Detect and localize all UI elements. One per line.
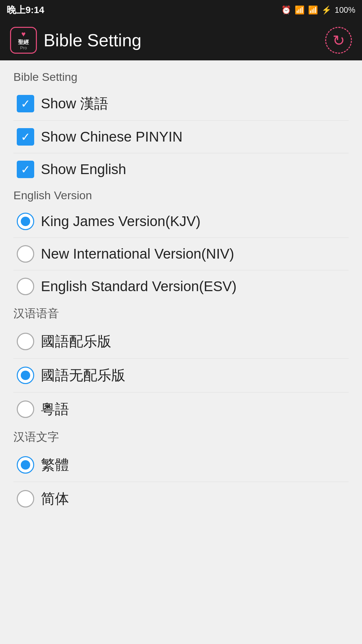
yueyu-item[interactable]: 粵語 bbox=[10, 392, 352, 426]
status-bar: 晚上9:14 ⏰ 📶 📶 ⚡ 100% bbox=[0, 0, 362, 20]
kjv-item[interactable]: King James Version(KJV) bbox=[10, 205, 352, 237]
show-pinyin-label: Show Chinese PINYIN bbox=[41, 129, 183, 145]
yueyu-radio[interactable] bbox=[17, 400, 34, 418]
show-hanyu-label: Show 漢語 bbox=[41, 94, 108, 113]
esv-item[interactable]: English Standard Version(ESV) bbox=[10, 270, 352, 303]
section-bible-setting: Bible Setting ✓ Show 漢語 ✓ Show Chinese P… bbox=[10, 70, 352, 185]
alarm-icon: ⏰ bbox=[281, 5, 291, 15]
hanyu-text-header: 汉语文字 bbox=[10, 429, 352, 445]
english-version-header: English Version bbox=[10, 189, 352, 202]
niv-radio[interactable] bbox=[17, 245, 34, 263]
app-bar: ♥ 聖經 Pro Bible Setting ↺ bbox=[0, 20, 362, 60]
simplified-radio[interactable] bbox=[17, 490, 34, 507]
traditional-item[interactable]: 繁體 bbox=[10, 448, 352, 482]
niv-item[interactable]: New International Version(NIV) bbox=[10, 238, 352, 270]
guoyu-no-music-label: 國語无配乐版 bbox=[41, 366, 125, 385]
app-icon: ♥ 聖經 Pro bbox=[10, 27, 37, 54]
section-hanyu-voice: 汉语语音 國語配乐版 國語无配乐版 粵語 bbox=[10, 306, 352, 426]
guoyu-no-music-item[interactable]: 國語无配乐版 bbox=[10, 359, 352, 392]
refresh-button[interactable]: ↺ bbox=[325, 27, 352, 54]
simplified-item[interactable]: 简体 bbox=[10, 482, 352, 516]
guoyu-music-item[interactable]: 國語配乐版 bbox=[10, 325, 352, 358]
traditional-label: 繁體 bbox=[41, 455, 69, 474]
esv-label: English Standard Version(ESV) bbox=[41, 278, 237, 294]
settings-content: Bible Setting ✓ Show 漢語 ✓ Show Chinese P… bbox=[0, 60, 362, 529]
simplified-label: 简体 bbox=[41, 489, 69, 508]
battery-percent: 100% bbox=[335, 5, 355, 15]
esv-radio[interactable] bbox=[17, 278, 34, 295]
hanyu-voice-header: 汉语语音 bbox=[10, 306, 352, 321]
section-hanyu-text: 汉语文字 繁體 简体 bbox=[10, 429, 352, 516]
charge-icon: ⚡ bbox=[321, 5, 331, 15]
refresh-icon: ↺ bbox=[333, 32, 345, 49]
niv-label: New International Version(NIV) bbox=[41, 246, 234, 262]
show-english-item[interactable]: ✓ Show English bbox=[10, 153, 352, 185]
app-icon-title: 聖經 bbox=[18, 39, 29, 45]
guoyu-music-radio[interactable] bbox=[17, 333, 34, 350]
signal-icon: 📶 bbox=[308, 5, 318, 15]
status-time: 晚上9:14 bbox=[7, 4, 44, 16]
show-english-label: Show English bbox=[41, 161, 126, 177]
show-hanyu-checkbox[interactable]: ✓ bbox=[17, 95, 34, 112]
show-english-checkbox[interactable]: ✓ bbox=[17, 161, 34, 178]
show-pinyin-item[interactable]: ✓ Show Chinese PINYIN bbox=[10, 121, 352, 153]
heart-icon: ♥ bbox=[21, 30, 25, 39]
kjv-label: King James Version(KJV) bbox=[41, 213, 200, 229]
bible-setting-header: Bible Setting bbox=[10, 70, 352, 84]
guoyu-music-label: 國語配乐版 bbox=[41, 332, 111, 351]
show-pinyin-checkbox[interactable]: ✓ bbox=[17, 128, 34, 146]
status-icons: ⏰ 📶 📶 ⚡ 100% bbox=[281, 5, 355, 15]
traditional-radio[interactable] bbox=[17, 456, 34, 474]
guoyu-no-music-radio[interactable] bbox=[17, 367, 34, 384]
show-hanyu-item[interactable]: ✓ Show 漢語 bbox=[10, 87, 352, 120]
wifi-icon: 📶 bbox=[295, 5, 305, 15]
app-icon-pro: Pro bbox=[20, 45, 27, 51]
page-title: Bible Setting bbox=[44, 30, 141, 50]
app-bar-left: ♥ 聖經 Pro Bible Setting bbox=[10, 27, 141, 54]
section-english-version: English Version King James Version(KJV) … bbox=[10, 189, 352, 303]
kjv-radio[interactable] bbox=[17, 213, 34, 230]
yueyu-label: 粵語 bbox=[41, 400, 69, 419]
